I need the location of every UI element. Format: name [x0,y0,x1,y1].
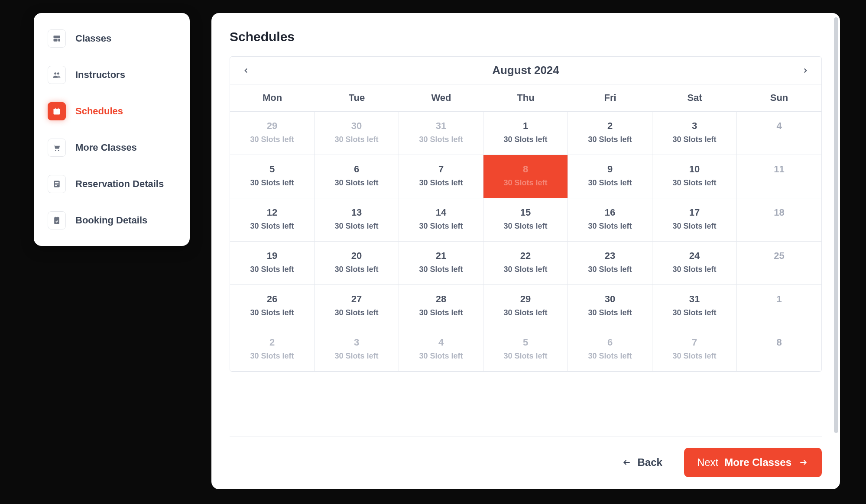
calendar-day-cell[interactable]: 1930 Slots left [230,242,315,285]
calendar-day-cell[interactable]: 1 [737,285,821,328]
next-button[interactable]: Next More Classes [684,448,822,477]
calendar-dayname: Wed [399,84,483,112]
calendar-day-slots: 30 Slots left [655,135,734,144]
calendar-day-cell[interactable]: 2630 Slots left [230,285,315,328]
calendar-day-cell[interactable]: 830 Slots left [483,155,568,198]
calendar-day-cell[interactable]: 730 Slots left [399,155,483,198]
calendar-day-cell[interactable]: 2430 Slots left [652,242,737,285]
calendar-day-number: 1 [740,294,819,305]
calendar-day-slots: 30 Slots left [233,308,311,317]
calendar-day-number: 18 [740,207,819,218]
sidebar-item-label: More Classes [75,142,137,153]
svg-point-4 [57,72,59,74]
calendar-dayname: Fri [568,84,652,112]
calendar-day-cell[interactable]: 2930 Slots left [483,285,568,328]
next-button-bold: More Classes [724,456,791,468]
calendar-day-cell[interactable]: 18 [737,198,821,242]
calendar-day-cell[interactable]: 730 Slots left [652,328,737,372]
prev-month-button[interactable] [240,64,253,77]
next-month-button[interactable] [799,64,812,77]
calendar-day-number: 24 [655,250,734,262]
calendar-day-slots: 30 Slots left [655,265,734,274]
calendar-day-cell[interactable]: 2730 Slots left [315,285,399,328]
calendar-day-number: 3 [655,120,734,132]
sidebar-item-classes[interactable]: Classes [46,25,178,52]
calendar-day-cell[interactable]: 25 [737,242,821,285]
calendar-day-cell[interactable]: 3030 Slots left [568,285,652,328]
calendar-day-slots: 30 Slots left [402,308,480,317]
arrow-left-icon [621,458,632,467]
calendar-day-number: 3 [317,337,396,348]
calendar-day-slots: 30 Slots left [317,308,396,317]
calendar-day-cell[interactable]: 2330 Slots left [568,242,652,285]
calendar-day-slots: 30 Slots left [233,178,311,187]
scrollbar[interactable] [834,17,838,433]
calendar-day-cell[interactable]: 330 Slots left [315,328,399,372]
calendar-day-cell[interactable]: 2130 Slots left [399,242,483,285]
calendar-day-slots: 30 Slots left [655,352,734,361]
calendar-day-cell[interactable]: 2830 Slots left [399,285,483,328]
svg-rect-7 [55,108,56,110]
calendar-day-cell[interactable]: 1530 Slots left [483,198,568,242]
more-classes-icon [48,139,66,157]
calendar-day-slots: 30 Slots left [571,178,649,187]
calendar-month-label: August 2024 [492,64,559,77]
calendar-day-number: 12 [233,207,311,218]
calendar-day-number: 14 [402,207,480,218]
calendar-header: August 2024 [230,57,821,84]
calendar-day-cell[interactable]: 930 Slots left [568,155,652,198]
calendar-day-slots: 30 Slots left [402,352,480,361]
calendar-day-cell[interactable]: 3130 Slots left [652,285,737,328]
calendar-day-number: 16 [571,207,649,218]
calendar-week: 230 Slots left330 Slots left430 Slots le… [230,328,821,372]
calendar-day-cell[interactable]: 1430 Slots left [399,198,483,242]
calendar-day-number: 10 [655,164,734,175]
calendar-day-slots: 30 Slots left [233,222,311,231]
calendar-day-cell[interactable]: 430 Slots left [399,328,483,372]
calendar-day-cell[interactable]: 630 Slots left [315,155,399,198]
calendar-day-number: 23 [571,250,649,262]
calendar-week: 530 Slots left630 Slots left730 Slots le… [230,155,821,198]
calendar-day-slots: 30 Slots left [486,265,565,274]
sidebar-item-instructors[interactable]: Instructors [46,61,178,88]
calendar-day-cell[interactable]: 330 Slots left [652,112,737,155]
back-button[interactable]: Back [621,456,662,468]
calendar-day-number: 13 [317,207,396,218]
calendar-day-slots: 30 Slots left [571,308,649,317]
calendar-day-cell[interactable]: 1030 Slots left [652,155,737,198]
calendar-day-number: 6 [317,164,396,175]
calendar-day-cell[interactable]: 3030 Slots left [315,112,399,155]
sidebar-item-label: Instructors [75,69,125,81]
svg-point-3 [54,72,56,74]
sidebar-item-more-classes[interactable]: More Classes [46,134,178,161]
calendar-day-cell[interactable]: 1230 Slots left [230,198,315,242]
calendar-day-cell[interactable]: 2930 Slots left [230,112,315,155]
calendar-day-cell[interactable]: 2030 Slots left [315,242,399,285]
calendar-day-slots: 30 Slots left [571,135,649,144]
calendar-day-number: 21 [402,250,480,262]
calendar-day-cell[interactable]: 1630 Slots left [568,198,652,242]
main-panel: Schedules August 2024 MonTueWedThuFriSat… [211,13,840,489]
sidebar-item-booking-details[interactable]: Booking Details [46,207,178,234]
svg-point-9 [55,150,56,151]
sidebar-item-schedules[interactable]: Schedules [46,98,178,125]
calendar-day-cell[interactable]: 630 Slots left [568,328,652,372]
calendar-day-number: 25 [740,250,819,262]
sidebar-item-label: Reservation Details [75,178,164,190]
calendar-day-cell[interactable]: 8 [737,328,821,372]
calendar-day-cell[interactable]: 530 Slots left [230,155,315,198]
calendar-day-cell[interactable]: 3130 Slots left [399,112,483,155]
calendar-day-cell[interactable]: 2230 Slots left [483,242,568,285]
calendar-day-slots: 30 Slots left [571,352,649,361]
calendar-day-number: 29 [233,120,311,132]
calendar-day-cell[interactable]: 230 Slots left [230,328,315,372]
calendar-day-cell[interactable]: 11 [737,155,821,198]
calendar-day-cell[interactable]: 530 Slots left [483,328,568,372]
calendar-day-cell[interactable]: 1330 Slots left [315,198,399,242]
sidebar-item-reservation-details[interactable]: Reservation Details [46,171,178,197]
calendar-day-cell[interactable]: 230 Slots left [568,112,652,155]
calendar-week: 2630 Slots left2730 Slots left2830 Slots… [230,285,821,328]
calendar-day-cell[interactable]: 1730 Slots left [652,198,737,242]
calendar-day-cell[interactable]: 4 [737,112,821,155]
calendar-day-cell[interactable]: 130 Slots left [483,112,568,155]
